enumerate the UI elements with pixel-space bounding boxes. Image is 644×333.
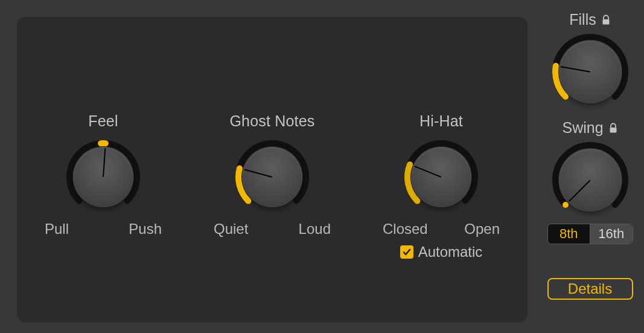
feel-right-label: Push <box>124 221 167 238</box>
automatic-label: Automatic <box>418 244 483 260</box>
sidebar: Fills Swing <box>543 11 637 300</box>
hi-hat-automatic-row: Automatic <box>400 244 483 260</box>
ghost-notes-knob[interactable] <box>235 140 310 215</box>
swing-section: Swing 8th 16th <box>547 119 633 244</box>
swing-title: Swing <box>562 119 603 137</box>
swing-note-segmented-control[interactable]: 8th 16th <box>547 224 633 244</box>
feel-cluster: Feel Pull Push <box>40 112 167 260</box>
lock-icon[interactable] <box>608 123 618 134</box>
svg-rect-3 <box>602 19 609 25</box>
feel-left-label: Pull <box>40 221 74 238</box>
ghost-right-label: Loud <box>294 221 336 238</box>
hi-hat-cluster: Hi-Hat Closed Open Automatic <box>378 112 505 260</box>
feel-knob[interactable] <box>66 140 141 215</box>
swing-8th-segment[interactable]: 8th <box>548 224 590 244</box>
automatic-checkbox[interactable] <box>400 245 413 259</box>
ghost-notes-title: Ghost Notes <box>229 112 314 130</box>
details-button[interactable]: Details <box>547 278 633 300</box>
swing-knob[interactable] <box>552 141 629 219</box>
feel-title: Feel <box>88 112 118 130</box>
hi-hat-title: Hi-Hat <box>419 112 463 130</box>
hi-hat-right-label: Open <box>459 221 505 238</box>
svg-rect-5 <box>610 128 616 133</box>
fills-section: Fills <box>552 11 629 111</box>
drummer-main-panel: Feel Pull Push Ghost Notes <box>17 17 528 322</box>
hi-hat-knob[interactable] <box>404 140 479 215</box>
lock-icon[interactable] <box>601 15 611 25</box>
ghost-left-label: Quiet <box>209 221 253 238</box>
fills-title: Fills <box>569 11 596 28</box>
fills-knob[interactable] <box>552 33 629 111</box>
hi-hat-left-label: Closed <box>378 221 433 238</box>
ghost-notes-cluster: Ghost Notes Quiet Loud <box>209 112 336 260</box>
swing-16th-segment[interactable]: 16th <box>590 224 633 244</box>
